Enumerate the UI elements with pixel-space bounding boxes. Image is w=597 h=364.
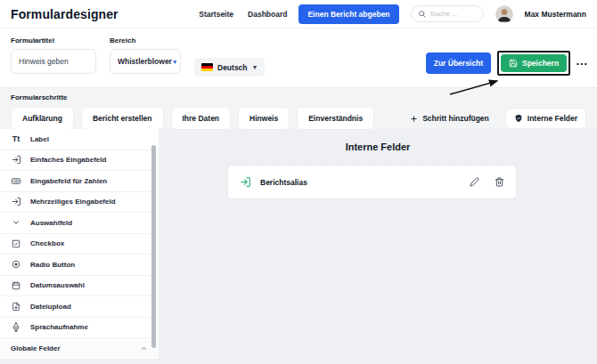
shield-icon	[514, 114, 523, 123]
field-palette-sidebar: Tt Label Einfaches Eingabefeld 123 Einga…	[0, 129, 159, 359]
toolbar-actions: Zur Übersicht Speichern •••	[426, 51, 588, 76]
text-label-icon: Tt	[11, 134, 21, 143]
palette-item-multiline-input[interactable]: Mehrzeiliges Eingabefeld	[0, 192, 159, 214]
overview-button[interactable]: Zur Übersicht	[426, 53, 491, 74]
step-hinweis[interactable]: Hinweis	[238, 107, 290, 130]
area-group: Bereich Whistlerblower ▼	[110, 36, 181, 79]
steps-row: Aufklärung Bericht erstellen Ihre Daten …	[11, 107, 586, 130]
search-icon	[418, 10, 426, 18]
app-title: Formulardesigner	[11, 7, 119, 21]
more-options-button[interactable]: •••	[577, 60, 588, 68]
palette-item-simple-input[interactable]: Einfaches Eingabefeld	[0, 150, 159, 172]
sidebar-scrollbar[interactable]	[151, 145, 156, 348]
area-select[interactable]: Whistlerblower ▼	[110, 49, 181, 74]
app-header: Formulardesigner Startseite Dashboard Ei…	[0, 0, 597, 28]
area-label: Bereich	[110, 36, 181, 44]
checkbox-icon	[11, 239, 21, 248]
plus-icon	[410, 115, 418, 123]
submit-report-button[interactable]: Einen Bericht abgeben	[298, 4, 398, 24]
internal-fields-button-label: Interne Felder	[527, 114, 577, 123]
nav-dashboard[interactable]: Dashboard	[248, 10, 287, 19]
palette-item-voice[interactable]: Sprachaufnahme	[0, 318, 159, 339]
edit-pencil-icon[interactable]	[470, 177, 479, 187]
caret-down-icon: ▼	[172, 59, 177, 65]
trash-icon[interactable]	[495, 177, 504, 187]
language-selector[interactable]: Deutsch ▼	[194, 58, 265, 77]
palette-item-select[interactable]: Auswahlfeld	[0, 213, 159, 234]
textarea-icon	[11, 197, 21, 206]
number-input-icon: 123	[11, 176, 21, 186]
palette-item-checkbox[interactable]: Checkbox	[0, 234, 159, 255]
internal-field-card[interactable]: Berichtsalias	[227, 165, 517, 199]
form-steps-section: Formularschritte Aufklärung Bericht erst…	[0, 87, 597, 129]
area-selected-value: Whistlerblower	[118, 57, 172, 66]
add-step-button[interactable]: Schritt hinzufügen	[410, 114, 489, 123]
user-name[interactable]: Max Mustermann	[525, 10, 586, 19]
palette-item-number-input[interactable]: 123 Eingabefeld für Zahlen	[0, 171, 159, 192]
step-ihre-daten[interactable]: Ihre Daten	[171, 107, 232, 130]
form-title-field-wrap	[11, 49, 96, 74]
main-nav: Startseite Dashboard	[199, 10, 287, 19]
palette-item-radio[interactable]: Radio Button	[0, 255, 159, 276]
chevron-down-icon	[11, 218, 21, 227]
palette-item-date[interactable]: Datumsauswahl	[0, 276, 159, 297]
form-toolbar: Formulartitel Bereich Whistlerblower ▼ D…	[0, 28, 597, 87]
german-flag-icon	[201, 63, 213, 71]
user-avatar[interactable]	[495, 5, 513, 23]
step-einverstaendnis[interactable]: Einverständnis	[297, 107, 374, 130]
annotation-highlight-box: Speichern	[497, 51, 570, 76]
palette-item-label[interactable]: Tt Label	[0, 129, 159, 150]
nav-startseite[interactable]: Startseite	[199, 10, 233, 19]
chevron-down-icon: ▼	[252, 64, 258, 70]
add-step-label: Schritt hinzufügen	[422, 114, 489, 123]
language-label: Deutsch	[217, 63, 248, 72]
form-title-group: Formulartitel	[11, 36, 96, 79]
form-title-label: Formulartitel	[11, 36, 96, 44]
search-box[interactable]	[411, 5, 484, 22]
field-card-actions	[470, 177, 504, 187]
svg-text:123: 123	[13, 180, 19, 183]
form-title-input[interactable]	[19, 57, 88, 66]
step-aufklaerung[interactable]: Aufklärung	[11, 107, 74, 130]
internal-fields-button[interactable]: Interne Felder	[505, 108, 586, 129]
search-input[interactable]	[430, 10, 477, 18]
steps-section-label: Formularschritte	[11, 93, 586, 101]
form-canvas: Interne Felder Berichtsalias	[159, 129, 597, 364]
calendar-icon	[11, 281, 21, 290]
canvas-heading: Interne Felder	[159, 129, 597, 152]
microphone-icon	[11, 322, 21, 332]
save-button-label: Speichern	[522, 59, 559, 68]
palette-item-file-upload[interactable]: Dateiupload	[0, 296, 159, 318]
formulardesigner-page: Formulardesigner Startseite Dashboard Ei…	[0, 0, 597, 364]
input-icon	[11, 155, 21, 165]
field-card-label: Berichtsalias	[260, 178, 307, 187]
step-bericht-erstellen[interactable]: Bericht erstellen	[81, 107, 164, 130]
save-icon	[509, 59, 518, 68]
radio-icon	[11, 260, 21, 269]
global-fields-label: Globale Felder	[11, 344, 61, 352]
input-icon	[240, 176, 251, 188]
designer-content: Tt Label Einfaches Eingabefeld 123 Einga…	[0, 129, 597, 364]
file-upload-icon	[11, 302, 21, 311]
save-button[interactable]: Speichern	[501, 54, 567, 72]
global-fields-toggle[interactable]: Globale Felder	[0, 338, 159, 358]
chevron-up-icon	[140, 344, 148, 352]
